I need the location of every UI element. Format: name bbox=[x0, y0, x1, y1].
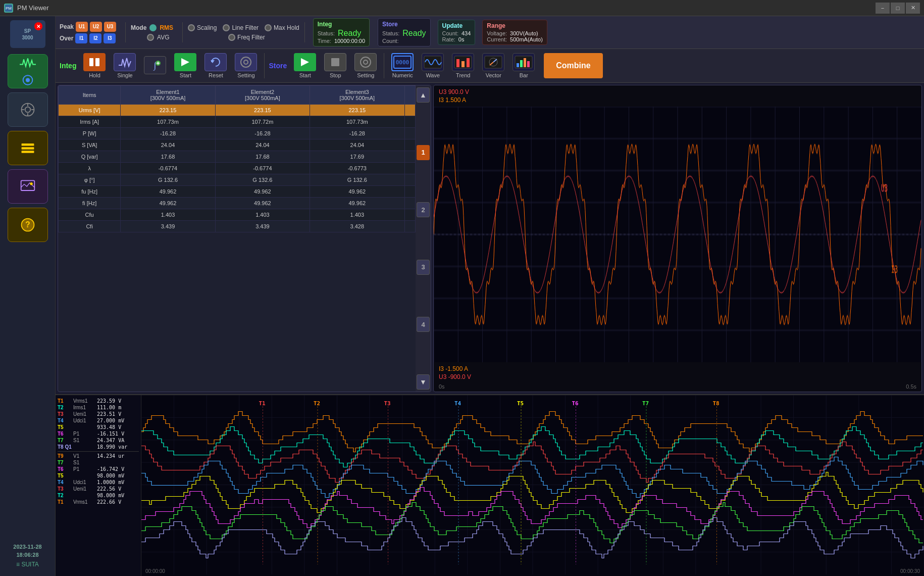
scroll-up-button[interactable]: ▲ bbox=[417, 87, 430, 103]
table-row[interactable]: P [W] -16.28 -16.28 -16.28 bbox=[59, 128, 416, 139]
table-row[interactable]: Irms [A] 107.73m 107.72m 107.73m bbox=[59, 116, 416, 128]
legend-name: Irms1 bbox=[73, 405, 95, 410]
measurements-table: Items Element1[300V 500mA] Element2[300V… bbox=[58, 85, 416, 232]
scroll-indicator-1: 1 bbox=[417, 145, 430, 160]
table-row[interactable]: λ -0.6774 -0.6774 -0.6773 bbox=[59, 163, 416, 174]
sidebar-item-waveform[interactable] bbox=[8, 54, 48, 88]
hold-icon bbox=[83, 53, 106, 71]
integ-section-title: Integ bbox=[318, 21, 365, 28]
window-title: PM Viewer bbox=[17, 4, 876, 12]
reset-button[interactable]: Reset bbox=[201, 51, 230, 80]
row-e2: -0.6774 bbox=[215, 163, 310, 174]
table-row[interactable]: fu [Hz] 49.962 49.962 49.962 bbox=[59, 186, 416, 198]
i2-button[interactable]: I2 bbox=[89, 33, 101, 43]
rms-radio[interactable] bbox=[149, 24, 157, 31]
sidebar-item-image[interactable] bbox=[8, 169, 48, 204]
range-section: Range Voltage: 300V(Auto) Current: 500mA… bbox=[482, 20, 547, 45]
i1-button[interactable]: I1 bbox=[75, 33, 87, 43]
row-e3: -16.28 bbox=[310, 128, 404, 139]
legend-row: T4 Udci1 1.0000 mV bbox=[58, 479, 139, 485]
sidebar-item-layers[interactable] bbox=[8, 131, 48, 165]
row-e3: G 132.6 bbox=[310, 174, 404, 186]
row-label: Cfu bbox=[59, 209, 121, 221]
divider5 bbox=[384, 53, 384, 78]
table-row[interactable]: φ [°] G 132.6 G 132.6 G 132.6 bbox=[59, 174, 416, 186]
row-e1: 107.73m bbox=[121, 116, 215, 128]
combine-button[interactable]: Combine bbox=[544, 53, 602, 78]
row-empty bbox=[404, 105, 415, 116]
store-setting-button[interactable]: Setting bbox=[351, 51, 380, 80]
hold-button[interactable]: Hold bbox=[80, 51, 109, 80]
single-button[interactable]: Single bbox=[111, 51, 139, 80]
table-row[interactable]: Cfu 1.403 1.403 1.403 bbox=[59, 209, 416, 221]
wave-u3-bottom-label: U3 -900.0 V bbox=[439, 373, 916, 380]
table-row[interactable]: Q [var] 17.68 17.68 17.69 bbox=[59, 151, 416, 163]
u2-button[interactable]: U2 bbox=[90, 22, 102, 32]
scroll-indicator-4: 4 bbox=[417, 317, 430, 332]
row-empty bbox=[404, 163, 415, 174]
numeric-icon: 0000 bbox=[391, 53, 414, 71]
trend-button[interactable]: Trend bbox=[449, 51, 477, 80]
start-icon bbox=[174, 53, 196, 71]
numeric-button[interactable]: 0000 Numeric bbox=[388, 51, 417, 80]
peak-over-section: Peak U1 U2 U3 Over I1 I2 I3 bbox=[60, 22, 116, 43]
row-label: λ bbox=[59, 163, 121, 174]
vector-button[interactable]: Vector bbox=[479, 51, 507, 80]
freq-filter-toggle[interactable] bbox=[228, 34, 235, 41]
bottom-chart-area: 00:00:00 00:00:30 bbox=[141, 395, 924, 576]
legend-row: T5 98.000 mV bbox=[58, 473, 139, 478]
integ-status-section: Integ Status: Ready Time: 10000:00:00 bbox=[313, 18, 370, 46]
scaling-toggle[interactable] bbox=[188, 24, 195, 31]
row-e3: 24.04 bbox=[310, 139, 404, 151]
row-e2: 1.403 bbox=[215, 209, 310, 221]
stop-button[interactable]: Stop bbox=[321, 51, 349, 80]
sidebar-item-help[interactable]: ? bbox=[8, 208, 48, 242]
svg-rect-43 bbox=[524, 58, 526, 67]
main-content: Items Element1[300V 500mA] Element2[300V… bbox=[56, 83, 924, 394]
row-empty bbox=[404, 186, 415, 198]
minimize-button[interactable]: − bbox=[876, 3, 890, 14]
bar-button[interactable]: Bar bbox=[509, 51, 538, 80]
integ-setting-button[interactable]: Setting bbox=[232, 51, 260, 80]
row-empty bbox=[404, 198, 415, 209]
table-row[interactable]: Cfi 3.439 3.439 3.428 bbox=[59, 221, 416, 232]
max-hold-toggle[interactable] bbox=[265, 24, 272, 31]
integ-icon-button[interactable]: ∫ bbox=[141, 54, 169, 77]
legend-key: T3 bbox=[58, 411, 72, 417]
reset-label: Reset bbox=[209, 72, 223, 78]
table-row[interactable]: Urms [V] 223.15 223.15 223.15 bbox=[59, 105, 416, 116]
table-row[interactable]: fi [Hz] 49.962 49.962 49.962 bbox=[59, 198, 416, 209]
bottom-chart-panel: T1 Vrms1 223.59 V T2 Irms1 111.00 m T3 U… bbox=[56, 394, 924, 576]
u1-button[interactable]: U1 bbox=[76, 22, 88, 32]
window-controls: − □ ✕ bbox=[876, 3, 920, 14]
legend-value: 24.347 VA bbox=[97, 438, 124, 443]
u3-button[interactable]: U3 bbox=[104, 22, 116, 32]
legend-name: Udci1 bbox=[73, 479, 95, 485]
maximize-button[interactable]: □ bbox=[891, 3, 905, 14]
legend-value: 223.59 V bbox=[97, 398, 121, 404]
row-e1: 3.439 bbox=[121, 221, 215, 232]
sidebar-item-settings[interactable] bbox=[8, 92, 48, 127]
row-e3: 1.403 bbox=[310, 209, 404, 221]
store-status-key: Status: bbox=[382, 30, 399, 36]
close-button[interactable]: ✕ bbox=[906, 3, 920, 14]
bottom-canvas bbox=[141, 395, 924, 574]
integ-icon: ∫ bbox=[144, 56, 166, 74]
logo-badge: ✕ bbox=[34, 22, 42, 30]
scroll-down-button[interactable]: ▼ bbox=[417, 374, 430, 390]
mode-label: Mode bbox=[131, 24, 146, 31]
svg-rect-10 bbox=[21, 143, 34, 146]
wave-icon bbox=[422, 53, 444, 71]
wave-button[interactable]: Wave bbox=[419, 51, 447, 80]
row-e2: 49.962 bbox=[215, 186, 310, 198]
integ-start-button[interactable]: Start bbox=[171, 51, 199, 80]
table-row[interactable]: S [VA] 24.04 24.04 24.04 bbox=[59, 139, 416, 151]
integ-status-key: Status: bbox=[318, 30, 335, 36]
svg-rect-42 bbox=[520, 60, 523, 67]
store-start-button[interactable]: Start bbox=[291, 51, 319, 80]
line-filter-toggle[interactable] bbox=[223, 24, 230, 31]
single-label: Single bbox=[117, 72, 133, 78]
i3-button[interactable]: I3 bbox=[104, 33, 116, 43]
avg-radio[interactable] bbox=[147, 34, 154, 41]
toolbar-row1: Peak U1 U2 U3 Over I1 I2 I3 Mode bbox=[56, 16, 924, 49]
